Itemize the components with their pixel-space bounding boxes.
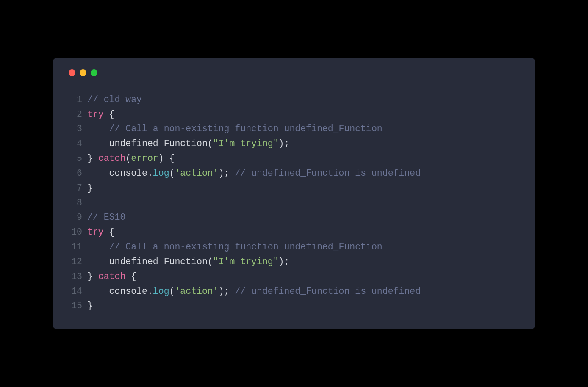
token-keyword: try — [87, 227, 104, 237]
token-punct — [87, 168, 109, 178]
token-punct: } — [87, 301, 93, 311]
code-content: try { — [87, 225, 115, 240]
token-paren: ( — [208, 138, 213, 149]
token-punct: { — [164, 153, 175, 163]
code-content: // old way — [87, 92, 142, 107]
code-content: } catch(error) { — [87, 151, 175, 166]
token-punct — [87, 257, 109, 267]
token-paren: ) — [279, 257, 284, 267]
code-window: 1// old way2try {3 // Call a non-existin… — [53, 58, 535, 329]
code-content — [87, 196, 93, 210]
code-content: } catch { — [87, 269, 136, 284]
line-number: 2 — [69, 107, 82, 122]
token-punct: { — [104, 227, 115, 237]
token-method: log — [153, 168, 169, 178]
close-icon[interactable] — [69, 69, 75, 76]
code-line: 2try { — [69, 107, 519, 122]
token-punct — [87, 138, 109, 149]
line-number: 6 — [69, 166, 82, 181]
token-paren: ) — [279, 138, 284, 149]
code-line: 9// ES10 — [69, 210, 519, 225]
code-line: 7} — [69, 181, 519, 196]
code-content: } — [87, 299, 93, 313]
token-function-call: undefined_Function — [109, 138, 208, 149]
code-content: try { — [87, 107, 115, 122]
code-line: 6 console.log('action'); // undefined_Fu… — [69, 166, 519, 181]
token-paren: ) — [219, 286, 224, 296]
code-line: 12 undefined_Function("I'm trying"); — [69, 254, 519, 269]
code-content: undefined_Function("I'm trying"); — [87, 254, 289, 269]
code-content: // Call a non-existing function undefine… — [87, 122, 383, 136]
token-comment: // Call a non-existing function undefine… — [109, 124, 383, 134]
code-line: 15} — [69, 299, 519, 313]
token-object: console — [109, 286, 147, 296]
code-content: console.log('action'); // undefined_Func… — [87, 284, 421, 299]
token-string: "I'm trying" — [213, 257, 279, 267]
line-number: 12 — [69, 254, 82, 269]
line-number: 8 — [69, 196, 82, 210]
line-number: 1 — [69, 92, 82, 107]
title-bar — [69, 69, 519, 76]
token-paren: ) — [219, 168, 224, 178]
code-content: // ES10 — [87, 210, 125, 225]
token-string: 'action' — [175, 286, 218, 296]
line-number: 3 — [69, 122, 82, 136]
code-editor[interactable]: 1// old way2try {3 // Call a non-existin… — [69, 92, 519, 313]
token-punct — [87, 286, 109, 296]
maximize-icon[interactable] — [91, 69, 97, 76]
token-paren: ( — [169, 168, 175, 178]
code-content: // Call a non-existing function undefine… — [87, 240, 383, 254]
token-punct: } — [87, 271, 98, 282]
token-comment: // undefined_Function is undefined — [235, 168, 421, 178]
code-line: 13} catch { — [69, 269, 519, 284]
line-number: 14 — [69, 284, 82, 299]
token-keyword: catch — [98, 153, 126, 163]
token-punct: } — [87, 153, 98, 163]
token-function-call: undefined_Function — [109, 257, 208, 267]
token-paren: ) — [158, 153, 164, 163]
token-punct: . — [147, 286, 153, 296]
token-punct: ; — [284, 257, 290, 267]
token-punct — [87, 124, 109, 134]
token-param: error — [131, 153, 158, 163]
code-content: } — [87, 181, 93, 196]
line-number: 7 — [69, 181, 82, 196]
line-number: 4 — [69, 136, 82, 151]
token-comment: // old way — [87, 94, 142, 105]
token-comment: // undefined_Function is undefined — [235, 286, 421, 296]
token-string: 'action' — [175, 168, 218, 178]
line-number: 15 — [69, 299, 82, 313]
line-number: 5 — [69, 151, 82, 166]
token-punct: ; — [224, 168, 235, 178]
token-method: log — [153, 286, 169, 296]
code-line: 5} catch(error) { — [69, 151, 519, 166]
code-content: console.log('action'); // undefined_Func… — [87, 166, 421, 181]
line-number: 9 — [69, 210, 82, 225]
token-paren: ( — [125, 153, 131, 163]
token-string: "I'm trying" — [213, 138, 279, 149]
code-line: 10try { — [69, 225, 519, 240]
line-number: 10 — [69, 225, 82, 240]
token-punct: { — [104, 109, 115, 119]
code-line: 8 — [69, 196, 519, 210]
token-keyword: catch — [98, 271, 126, 282]
token-punct: . — [147, 168, 153, 178]
token-comment: // ES10 — [87, 212, 125, 222]
line-number: 11 — [69, 240, 82, 254]
code-line: 11 // Call a non-existing function undef… — [69, 240, 519, 254]
code-line: 1// old way — [69, 92, 519, 107]
code-line: 14 console.log('action'); // undefined_F… — [69, 284, 519, 299]
code-line: 3 // Call a non-existing function undefi… — [69, 122, 519, 136]
line-number: 13 — [69, 269, 82, 284]
token-punct: { — [125, 271, 136, 282]
token-punct: } — [87, 183, 93, 193]
token-punct: ; — [284, 138, 290, 149]
token-punct: ; — [224, 286, 235, 296]
token-object: console — [109, 168, 147, 178]
minimize-icon[interactable] — [80, 69, 86, 76]
token-punct — [87, 242, 109, 252]
code-line: 4 undefined_Function("I'm trying"); — [69, 136, 519, 151]
token-keyword: try — [87, 109, 104, 119]
token-paren: ( — [208, 257, 213, 267]
token-comment: // Call a non-existing function undefine… — [109, 242, 383, 252]
